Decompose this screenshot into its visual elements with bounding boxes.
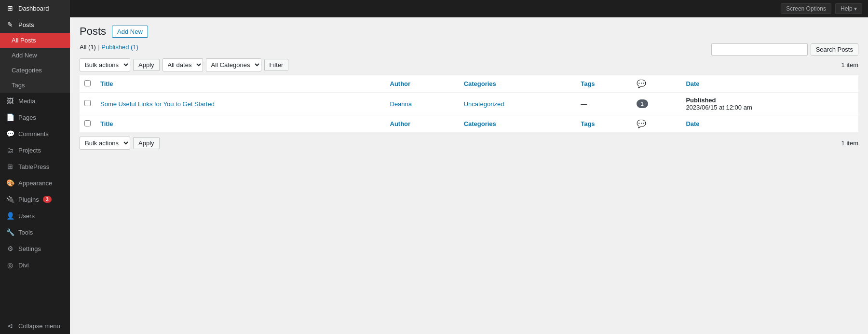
comment-balloon-icon-footer: 💬	[637, 120, 646, 128]
all-dates-select[interactable]: All dates	[163, 58, 203, 71]
sidebar-item-pages[interactable]: 📄 Pages	[0, 109, 70, 125]
divi-icon: ◎	[6, 261, 14, 269]
screen-options-button[interactable]: Screen Options	[781, 3, 831, 14]
sidebar-item-projects[interactable]: 🗂 Projects	[0, 142, 70, 158]
item-count-top: 1 item	[841, 61, 858, 69]
row-checkbox-cell	[80, 93, 95, 115]
categories-header: Categories	[459, 75, 576, 93]
plugins-badge: 3	[43, 196, 52, 203]
author-header: Author	[385, 75, 459, 93]
media-icon: 🖼	[6, 97, 14, 105]
sidebar: ⊞ Dashboard ✎ Posts All Posts Add New Ca…	[0, 0, 70, 334]
item-count-bottom: 1 item	[841, 139, 858, 147]
collapse-icon: ⊲	[6, 321, 14, 330]
settings-icon: ⚙	[6, 244, 14, 253]
posts-table: Title Author Categories Tags 💬 Date	[80, 75, 858, 133]
sidebar-item-tablepress[interactable]: ⊞ TablePress	[0, 158, 70, 175]
projects-icon: 🗂	[6, 146, 14, 154]
sidebar-item-media[interactable]: 🖼 Media	[0, 93, 70, 109]
post-tags-cell: —	[576, 93, 631, 115]
filter-all[interactable]: All (1)	[80, 43, 96, 51]
categories-footer-header: Categories	[459, 115, 576, 133]
table-header-row: Title Author Categories Tags 💬 Date	[80, 75, 858, 93]
plugins-icon: 🔌	[6, 195, 14, 204]
filter-published[interactable]: Published (1)	[101, 43, 138, 51]
apply-button-bottom[interactable]: Apply	[133, 137, 160, 149]
sidebar-item-dashboard[interactable]: ⊞ Dashboard	[0, 0, 70, 16]
search-input[interactable]	[711, 43, 808, 56]
main-area: Screen Options Help ▾ Posts Add New All …	[70, 0, 868, 334]
sidebar-item-categories[interactable]: Categories	[0, 63, 70, 78]
select-all-checkbox[interactable]	[84, 80, 91, 86]
users-icon: 👤	[6, 211, 14, 220]
appearance-icon: 🎨	[6, 179, 14, 187]
toolbar-top: Bulk actions Apply All dates All Categor…	[80, 58, 858, 71]
add-new-button[interactable]: Add New	[112, 26, 148, 38]
post-title-cell: Some Useful Links for You to Get Started	[95, 93, 385, 115]
page-title: Posts	[80, 25, 106, 38]
post-author-cell: Deanna	[385, 93, 459, 115]
all-categories-select[interactable]: All Categories	[206, 58, 261, 71]
toolbar-bottom: Bulk actions Apply 1 item	[80, 137, 858, 150]
comments-icon: 💬	[6, 129, 14, 138]
select-all-checkbox-footer[interactable]	[84, 120, 91, 126]
sidebar-item-comments[interactable]: 💬 Comments	[0, 125, 70, 142]
help-button[interactable]: Help ▾	[835, 3, 862, 14]
posts-icon: ✎	[6, 20, 14, 29]
sidebar-item-posts[interactable]: ✎ Posts	[0, 16, 70, 33]
tools-icon: 🔧	[6, 228, 14, 237]
sidebar-item-appearance[interactable]: 🎨 Appearance	[0, 175, 70, 191]
content-area: Posts Add New All (1) | Published (1) Se…	[70, 17, 868, 334]
sidebar-item-all-posts[interactable]: All Posts	[0, 33, 70, 48]
select-all-footer	[80, 115, 95, 133]
search-posts-button[interactable]: Search Posts	[811, 43, 858, 56]
author-link[interactable]: Deanna	[390, 100, 412, 108]
author-footer-header: Author	[385, 115, 459, 133]
header-search-row: All (1) | Published (1) Search Posts	[80, 43, 858, 56]
date-header: Date	[681, 75, 858, 93]
tags-footer-header: Tags	[576, 115, 631, 133]
sidebar-item-divi[interactable]: ◎ Divi	[0, 257, 70, 273]
row-checkbox[interactable]	[84, 100, 91, 106]
dashboard-icon: ⊞	[6, 4, 14, 13]
tablepress-icon: ⊞	[6, 162, 14, 171]
post-date-cell: Published 2023/06/15 at 12:00 am	[681, 93, 858, 115]
posts-submenu: All Posts Add New Categories Tags	[0, 33, 70, 93]
comment-balloon-icon: 💬	[637, 80, 646, 88]
tags-header: Tags	[576, 75, 631, 93]
post-categories-cell: Uncategorized	[459, 93, 576, 115]
apply-button-top[interactable]: Apply	[133, 59, 160, 71]
topbar: Screen Options Help ▾	[70, 0, 868, 17]
sidebar-item-tools[interactable]: 🔧 Tools	[0, 224, 70, 240]
sidebar-item-add-new[interactable]: Add New	[0, 48, 70, 63]
table-footer-row: Title Author Categories Tags 💬 Date	[80, 115, 858, 133]
bulk-actions-select-bottom[interactable]: Bulk actions	[80, 137, 130, 150]
sidebar-item-tags[interactable]: Tags	[0, 78, 70, 93]
select-all-header	[80, 75, 95, 93]
filter-button[interactable]: Filter	[264, 59, 289, 71]
bulk-actions-select-top[interactable]: Bulk actions	[80, 58, 130, 71]
sidebar-item-collapse[interactable]: ⊲ Collapse menu	[0, 318, 70, 334]
table-row: Some Useful Links for You to Get Started…	[80, 93, 858, 115]
comment-count-badge[interactable]: 1	[637, 99, 648, 108]
post-title-link[interactable]: Some Useful Links for You to Get Started	[100, 100, 215, 108]
title-footer-header[interactable]: Title	[95, 115, 385, 133]
sidebar-item-users[interactable]: 👤 Users	[0, 208, 70, 224]
date-footer-header: Date	[681, 115, 858, 133]
comments-header: 💬	[632, 75, 681, 93]
search-row: Search Posts	[711, 43, 858, 56]
filter-links: All (1) | Published (1)	[80, 43, 138, 51]
sidebar-item-settings[interactable]: ⚙ Settings	[0, 240, 70, 257]
page-title-row: Posts Add New	[80, 25, 858, 38]
category-link[interactable]: Uncategorized	[464, 100, 504, 108]
post-comments-cell: 1	[632, 93, 681, 115]
comments-footer-header: 💬	[632, 115, 681, 133]
sidebar-item-plugins[interactable]: 🔌 Plugins 3	[0, 191, 70, 208]
pages-icon: 📄	[6, 113, 14, 122]
title-header[interactable]: Title	[95, 75, 385, 93]
